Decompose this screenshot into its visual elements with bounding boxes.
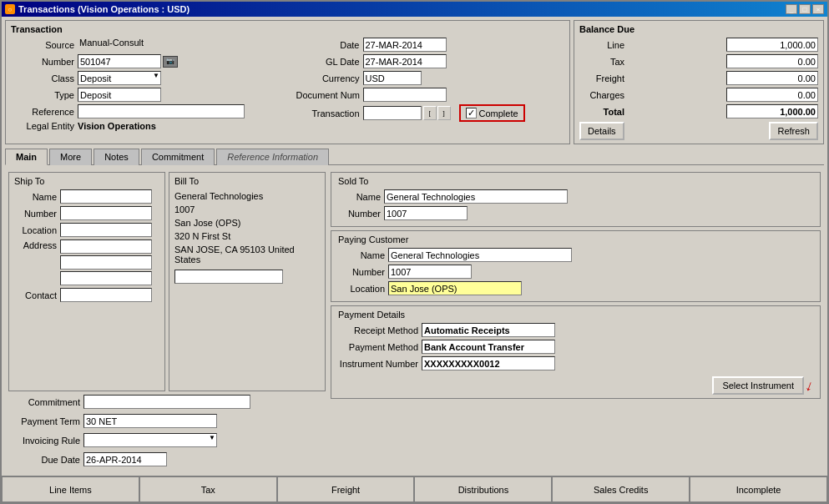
window-controls: _ □ ×: [786, 4, 824, 14]
complete-label: Complete: [479, 108, 518, 118]
line-label: Line: [579, 40, 629, 50]
complete-area: ✓ Complete: [459, 104, 525, 122]
bill-to-line2: 1007: [174, 203, 320, 216]
left-panel: Ship To Name Number Location: [8, 172, 326, 469]
sold-number-label: Number: [338, 209, 384, 219]
select-instrument-button[interactable]: Select Instrument: [712, 376, 804, 395]
tab-more[interactable]: More: [49, 149, 92, 165]
paying-number-input[interactable]: [388, 265, 472, 279]
ship-name-input[interactable]: [60, 189, 152, 204]
tab-main[interactable]: Main: [5, 149, 48, 165]
camera-icon[interactable]: 📷: [163, 56, 178, 68]
number-input[interactable]: [78, 54, 161, 68]
ship-number-label: Number: [14, 209, 60, 219]
bottom-left-fields: Commitment Payment Term Invoicing Rule: [8, 395, 326, 469]
payment-method-label: Payment Method: [338, 342, 422, 352]
refresh-button[interactable]: Refresh: [769, 122, 818, 140]
invoicing-rule-select[interactable]: [83, 433, 217, 447]
type-label: Type: [11, 90, 78, 100]
distributions-button[interactable]: Distributions: [414, 476, 552, 502]
reference-input[interactable]: [78, 104, 245, 118]
ship-address2-input[interactable]: [60, 255, 152, 270]
gl-date-label: GL Date: [296, 57, 363, 67]
maximize-button[interactable]: □: [799, 4, 811, 14]
bill-to-title: Bill To: [174, 176, 320, 186]
close-button[interactable]: ×: [812, 4, 824, 14]
currency-input[interactable]: [363, 71, 422, 85]
payment-method-input[interactable]: [422, 340, 555, 354]
gl-date-input[interactable]: [363, 54, 447, 68]
ship-address-label: Address: [14, 239, 60, 250]
incomplete-button[interactable]: Incomplete: [690, 476, 827, 502]
date-input[interactable]: [363, 38, 447, 52]
transaction-section: Transaction Source Manual-Consult Number…: [5, 20, 570, 144]
sold-number-input[interactable]: [384, 206, 468, 220]
minimize-button[interactable]: _: [786, 4, 797, 14]
commitment-input[interactable]: [83, 395, 250, 409]
tab-reference-information[interactable]: Reference Information: [216, 149, 329, 165]
instrument-number-input[interactable]: [422, 356, 555, 370]
bill-to-line3: San Jose (OPS): [174, 216, 320, 229]
due-date-input[interactable]: [83, 452, 167, 466]
ship-address1-input[interactable]: [60, 239, 152, 254]
ship-bill-section: Ship To Name Number Location: [8, 172, 326, 391]
invoicing-rule-label: Invoicing Rule: [8, 436, 83, 446]
receipt-method-input[interactable]: [422, 323, 555, 337]
tab-notes[interactable]: Notes: [94, 149, 139, 165]
bill-contact-input[interactable]: [174, 270, 283, 284]
main-content: Transaction Source Manual-Consult Number…: [2, 17, 827, 476]
ship-to-title: Ship To: [14, 176, 159, 186]
sold-name-input[interactable]: [384, 189, 568, 204]
number-label: Number: [11, 57, 78, 67]
document-num-input[interactable]: [363, 88, 447, 102]
bill-to-box: Bill To General Technologies 1007 San Jo…: [169, 172, 326, 391]
balance-due-section: Balance Due Line 1,000.00 Tax 0.00 Freig…: [574, 20, 824, 144]
sales-credits-button[interactable]: Sales Credits: [552, 476, 690, 502]
ship-number-input[interactable]: [60, 206, 152, 220]
ship-name-label: Name: [14, 192, 60, 202]
transaction-btn1[interactable]: [: [423, 106, 437, 120]
ship-address3-input[interactable]: [60, 271, 152, 285]
payment-term-label: Payment Term: [8, 416, 83, 426]
type-input[interactable]: [78, 88, 161, 102]
payment-details-title: Payment Details: [338, 310, 813, 320]
ship-contact-input[interactable]: [60, 288, 152, 302]
bill-to-line4: 320 N First St: [174, 229, 320, 243]
paying-customer-title: Paying Customer: [338, 234, 813, 244]
class-select[interactable]: Deposit: [78, 71, 161, 85]
ship-location-input[interactable]: [60, 223, 152, 237]
source-value: Manual-Consult: [78, 38, 211, 52]
window-icon: ○: [5, 4, 15, 14]
details-button[interactable]: Details: [579, 122, 624, 140]
tab-commitment[interactable]: Commitment: [141, 149, 215, 165]
paying-location-label: Location: [338, 284, 388, 294]
legal-entity-value: Vision Operations: [78, 121, 156, 131]
charges-label: Charges: [579, 90, 629, 100]
transaction-field-label: Transaction: [296, 108, 363, 118]
sold-to-section: Sold To Name Number: [331, 172, 821, 227]
transaction-input[interactable]: [363, 106, 422, 120]
paying-name-label: Name: [338, 250, 388, 260]
transaction-btn2[interactable]: ]: [437, 106, 451, 120]
paying-location-input[interactable]: [388, 281, 522, 295]
currency-label: Currency: [296, 73, 363, 83]
date-label: Date: [296, 40, 363, 50]
tax-button[interactable]: Tax: [139, 476, 277, 502]
ship-to-box: Ship To Name Number Location: [8, 172, 165, 391]
freight-button[interactable]: Freight: [277, 476, 415, 502]
commitment-label: Commitment: [8, 397, 83, 407]
class-label: Class: [11, 73, 78, 83]
freight-label: Freight: [579, 73, 629, 83]
due-date-label: Due Date: [8, 455, 83, 465]
paying-name-input[interactable]: [388, 248, 572, 262]
paying-customer-section: Paying Customer Name Number Location: [331, 230, 821, 302]
line-items-button[interactable]: Line Items: [2, 476, 139, 502]
receipt-method-label: Receipt Method: [338, 325, 422, 335]
ship-location-label: Location: [14, 225, 60, 235]
total-label: Total: [579, 107, 629, 117]
complete-checkbox[interactable]: ✓: [466, 108, 477, 118]
instrument-number-label: Instrument Number: [338, 359, 422, 369]
payment-term-input[interactable]: [83, 414, 217, 428]
top-section: Transaction Source Manual-Consult Number…: [5, 20, 824, 144]
transaction-title: Transaction: [11, 24, 564, 34]
